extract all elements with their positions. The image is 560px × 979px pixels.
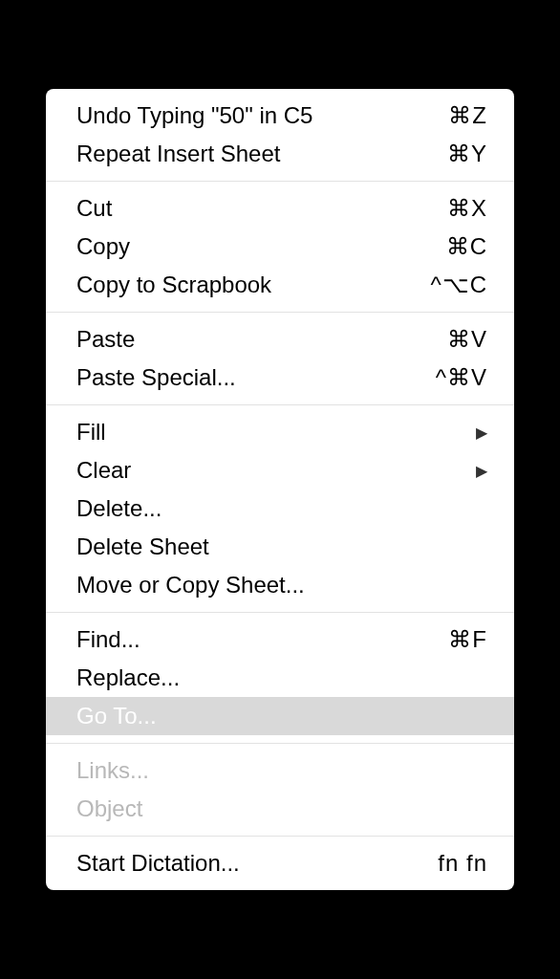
menu-item-repeat[interactable]: Repeat Insert Sheet⌘Y bbox=[46, 135, 514, 173]
menu-item-paste-special[interactable]: Paste Special...^⌘V bbox=[46, 359, 514, 397]
menu-item-replace[interactable]: Replace... bbox=[46, 659, 514, 697]
menu-item-label: Copy bbox=[76, 233, 427, 260]
menu-item-label: Start Dictation... bbox=[76, 850, 419, 877]
menu-item-label: Copy to Scrapbook bbox=[76, 272, 411, 298]
menu-item-shortcut: ⌘Y bbox=[447, 141, 487, 167]
menu-item-undo[interactable]: Undo Typing "50" in C5⌘Z bbox=[46, 97, 514, 135]
menu-item-label: Find... bbox=[76, 626, 429, 653]
menu-separator bbox=[46, 312, 514, 313]
menu-item-dictation[interactable]: Start Dictation...fn fn bbox=[46, 844, 514, 882]
menu-item-clear[interactable]: Clear▶ bbox=[46, 451, 514, 490]
menu-separator bbox=[46, 181, 514, 182]
menu-item-label: Fill bbox=[76, 419, 457, 446]
menu-item-label: Move or Copy Sheet... bbox=[76, 572, 487, 598]
menu-item-label: Undo Typing "50" in C5 bbox=[76, 102, 429, 129]
menu-separator bbox=[46, 404, 514, 405]
menu-separator bbox=[46, 743, 514, 744]
menu-item-shortcut: fn fn bbox=[438, 850, 487, 877]
menu-item-label: Paste Special... bbox=[76, 364, 417, 391]
submenu-arrow-icon: ▶ bbox=[476, 462, 487, 480]
menu-item-shortcut: ⌘V bbox=[447, 326, 487, 353]
menu-item-label: Delete... bbox=[76, 495, 487, 522]
menu-item-shortcut: ^⌥C bbox=[430, 272, 487, 298]
menu-item-label: Links... bbox=[76, 757, 487, 784]
menu-item-delete[interactable]: Delete... bbox=[46, 490, 514, 528]
menu-item-shortcut: ^⌘V bbox=[436, 364, 487, 391]
menu-item-links: Links... bbox=[46, 751, 514, 790]
menu-item-shortcut: ⌘X bbox=[447, 195, 487, 222]
menu-item-label: Cut bbox=[76, 195, 428, 222]
menu-item-goto[interactable]: Go To... bbox=[46, 697, 514, 735]
menu-item-label: Replace... bbox=[76, 664, 487, 691]
menu-item-copy[interactable]: Copy⌘C bbox=[46, 228, 514, 266]
menu-item-label: Clear bbox=[76, 457, 457, 484]
menu-separator bbox=[46, 612, 514, 613]
menu-item-cut[interactable]: Cut⌘X bbox=[46, 189, 514, 228]
menu-item-fill[interactable]: Fill▶ bbox=[46, 413, 514, 451]
menu-item-copy-scrapbook[interactable]: Copy to Scrapbook^⌥C bbox=[46, 266, 514, 304]
menu-item-label: Repeat Insert Sheet bbox=[76, 141, 428, 167]
menu-item-shortcut: ⌘C bbox=[446, 233, 487, 260]
menu-item-label: Object bbox=[76, 795, 487, 822]
menu-item-delete-sheet[interactable]: Delete Sheet bbox=[46, 528, 514, 566]
menu-item-paste[interactable]: Paste⌘V bbox=[46, 320, 514, 359]
menu-item-label: Go To... bbox=[76, 703, 487, 729]
menu-item-object: Object bbox=[46, 790, 514, 828]
submenu-arrow-icon: ▶ bbox=[476, 424, 487, 442]
menu-item-find[interactable]: Find...⌘F bbox=[46, 620, 514, 659]
menu-item-label: Delete Sheet bbox=[76, 533, 487, 560]
menu-separator bbox=[46, 836, 514, 837]
menu-item-label: Paste bbox=[76, 326, 428, 353]
edit-menu: Undo Typing "50" in C5⌘ZRepeat Insert Sh… bbox=[46, 89, 514, 890]
menu-item-shortcut: ⌘Z bbox=[448, 102, 487, 129]
menu-item-move-copy-sheet[interactable]: Move or Copy Sheet... bbox=[46, 566, 514, 604]
menu-item-shortcut: ⌘F bbox=[448, 626, 487, 653]
